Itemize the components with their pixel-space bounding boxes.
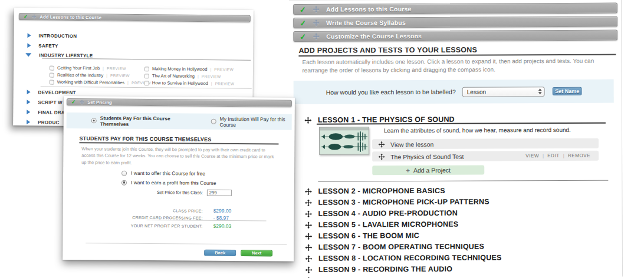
remove-action[interactable]: REMOVE bbox=[568, 153, 590, 158]
chevron-right-icon[interactable] bbox=[27, 90, 31, 94]
section-rule bbox=[42, 58, 251, 60]
lesson-1-waveform-thumbnail bbox=[319, 127, 369, 154]
lesson-checkbox-item[interactable]: How to Survive in Hollywood | PREVIEW bbox=[144, 80, 235, 86]
lesson-title: LESSON 8 - LOCATION RECORDING TECHNIQUES bbox=[318, 253, 502, 262]
radio-unselected[interactable] bbox=[121, 170, 127, 176]
tree-section-production[interactable]: PRODUC bbox=[27, 119, 60, 125]
lesson-checkbox-item[interactable]: Making Money in Hollywood | PREVIEW bbox=[144, 66, 234, 72]
net-profit-value: $290.03 bbox=[213, 223, 231, 229]
checkbox[interactable] bbox=[50, 65, 54, 70]
test-row[interactable]: The Physics of Sound Test VIEW | EDIT | … bbox=[372, 151, 599, 162]
set-name-button[interactable]: Set Name bbox=[553, 87, 582, 95]
next-button[interactable]: Next bbox=[241, 250, 272, 256]
checkbox[interactable] bbox=[50, 72, 54, 77]
compass-drag-icon[interactable] bbox=[305, 210, 313, 217]
card-title-bar[interactable]: ✓ Set Pricing bbox=[67, 98, 292, 107]
compass-drag-icon[interactable] bbox=[378, 153, 385, 160]
chevron-right-icon[interactable] bbox=[27, 120, 30, 124]
tree-section-safety[interactable]: SAFETY bbox=[27, 42, 58, 49]
card-title: Set Pricing bbox=[87, 100, 111, 105]
lesson-checkbox-item[interactable]: Working with Difficult Personalities | P… bbox=[50, 80, 151, 86]
lesson-row[interactable]: LESSON 6 - THE BOOM MIC bbox=[305, 231, 419, 240]
compass-drag-icon[interactable] bbox=[304, 116, 312, 124]
checkbox[interactable] bbox=[144, 81, 149, 85]
tree-section-introduction[interactable]: INTRODUCTION bbox=[27, 32, 77, 39]
card-title-bar[interactable]: ✓ Add Lessons to this Course bbox=[19, 13, 251, 22]
back-button[interactable]: Back bbox=[204, 250, 236, 256]
compass-icon bbox=[79, 100, 84, 104]
view-the-lesson-row[interactable]: View the lesson bbox=[372, 138, 599, 150]
compass-drag-icon[interactable] bbox=[305, 266, 313, 273]
add-a-project-button[interactable]: + Add a Project bbox=[372, 166, 484, 176]
lesson-checkbox-item[interactable]: Realities of the Industry | PREVIEW bbox=[50, 72, 130, 78]
class-price-row: CLASS PRICE: $299.00 bbox=[63, 207, 267, 214]
lesson-row[interactable]: LESSON 3 - MICROPHONE PICK-UP PATTERNS bbox=[304, 198, 489, 207]
preview-link[interactable]: PREVIEW bbox=[214, 67, 234, 71]
checkbox[interactable] bbox=[144, 67, 149, 71]
compass-icon bbox=[313, 19, 320, 27]
earn-profit-option[interactable]: I want to earn a profit from this Course bbox=[121, 180, 216, 186]
lesson-label-select[interactable]: Lesson bbox=[462, 87, 545, 97]
price-input[interactable] bbox=[207, 190, 232, 196]
compass-drag-icon[interactable] bbox=[305, 221, 313, 229]
lesson-title: LESSON 3 - MICROPHONE PICK-UP PATTERNS bbox=[318, 198, 489, 207]
compass-drag-icon[interactable] bbox=[305, 232, 313, 240]
chevron-right-icon[interactable] bbox=[27, 43, 31, 48]
lesson-title: LESSON 6 - THE BOOM MIC bbox=[318, 231, 419, 240]
class-price-value: $299.00 bbox=[213, 208, 232, 214]
section-title: ADD PROJECTS AND TESTS TO YOUR LESSONS bbox=[298, 46, 477, 55]
free-course-option[interactable]: I want to offer this Course for free bbox=[121, 170, 205, 177]
edit-action[interactable]: EDIT bbox=[547, 153, 560, 158]
chevron-down-icon[interactable] bbox=[25, 53, 31, 57]
view-action[interactable]: VIEW bbox=[525, 153, 539, 158]
checkbox[interactable] bbox=[144, 74, 149, 78]
plus-icon: + bbox=[406, 167, 409, 174]
compass-drag-icon[interactable] bbox=[378, 141, 385, 148]
step-bar-customize-lessons[interactable]: ✓ Customize the Course Lessons bbox=[293, 30, 617, 42]
check-icon: ✓ bbox=[300, 32, 307, 41]
payer-options-band: Students Pay For this Course Themselves … bbox=[67, 112, 292, 130]
compass-drag-icon[interactable] bbox=[304, 187, 312, 195]
preview-link[interactable]: PREVIEW bbox=[215, 81, 235, 85]
payer-option-institution[interactable]: My Institution Will Pay for this Course bbox=[211, 115, 292, 128]
radio-selected[interactable] bbox=[91, 118, 97, 123]
lesson-row[interactable]: LESSON 9 - RECORDING THE AUDIO bbox=[305, 265, 452, 274]
step-bar-write-syllabus[interactable]: ✓ Write the Course Syllabus bbox=[293, 16, 617, 28]
checkbox[interactable] bbox=[50, 80, 54, 84]
step-bar-label: Add Lessons to this Course bbox=[326, 5, 412, 13]
preview-link[interactable]: PREVIEW bbox=[202, 74, 221, 78]
radio-selected[interactable] bbox=[121, 180, 127, 185]
add-project-label: Add a Project bbox=[413, 167, 451, 174]
select-stepper-icon bbox=[538, 88, 542, 94]
select-value: Lesson bbox=[467, 88, 538, 95]
price-field-row: Set Price for this Class: bbox=[63, 188, 232, 196]
tree-section-development[interactable]: DEVELOPMENT bbox=[27, 89, 76, 95]
step-bar-add-lessons[interactable]: ✓ Add Lessons to this Course bbox=[293, 3, 617, 15]
lesson-checkbox-item[interactable]: The Art of Networking | PREVIEW bbox=[144, 73, 221, 79]
chevron-right-icon[interactable] bbox=[27, 100, 30, 104]
lesson-checkbox-item[interactable]: Getting Your First Job | PREVIEW bbox=[50, 65, 126, 71]
compass-drag-icon[interactable] bbox=[305, 243, 313, 251]
chevron-right-icon[interactable] bbox=[28, 33, 31, 38]
compass-drag-icon[interactable] bbox=[305, 254, 313, 262]
lesson-row[interactable]: LESSON 5 - LAVALIER MICROPHONES bbox=[305, 220, 459, 229]
lesson-row[interactable]: LESSON 8 - LOCATION RECORDING TECHNIQUES bbox=[305, 253, 502, 262]
lesson-label-band: How would you like each lesson to be lab… bbox=[294, 80, 614, 104]
chevron-right-icon[interactable] bbox=[27, 110, 30, 114]
price-field-label: Set Price for this Class: bbox=[157, 190, 203, 196]
preview-link[interactable]: PREVIEW bbox=[107, 67, 126, 71]
lesson-row[interactable]: LESSON 2 - MICROPHONE BASICS bbox=[304, 187, 445, 196]
tree-section-final[interactable]: FINAL DRA bbox=[27, 109, 65, 115]
compass-drag-icon[interactable] bbox=[304, 198, 312, 206]
lesson-row[interactable]: LESSON 4 - AUDIO PRE-PRODUCTION bbox=[305, 209, 458, 218]
compass-icon bbox=[31, 14, 36, 19]
net-profit-row: YOUR NET PROFIT PER STUDENT: $290.03 bbox=[63, 222, 266, 229]
lesson-row[interactable]: LESSON 7 - BOOM OPERATING TECHNIQUES bbox=[305, 243, 484, 251]
step-bar-label: Customize the Course Lessons bbox=[326, 32, 422, 40]
lesson-title: LESSON 2 - MICROPHONE BASICS bbox=[318, 187, 445, 196]
radio-unselected[interactable] bbox=[211, 119, 216, 124]
preview-link[interactable]: PREVIEW bbox=[110, 74, 130, 78]
payer-option-students[interactable]: Students Pay For this Course Themselves bbox=[91, 115, 188, 127]
tree-section-industry-lifestyle[interactable]: INDUSTRY LIFESTYLE bbox=[25, 52, 93, 58]
tree-section-script[interactable]: SCRIPT W bbox=[27, 99, 63, 105]
